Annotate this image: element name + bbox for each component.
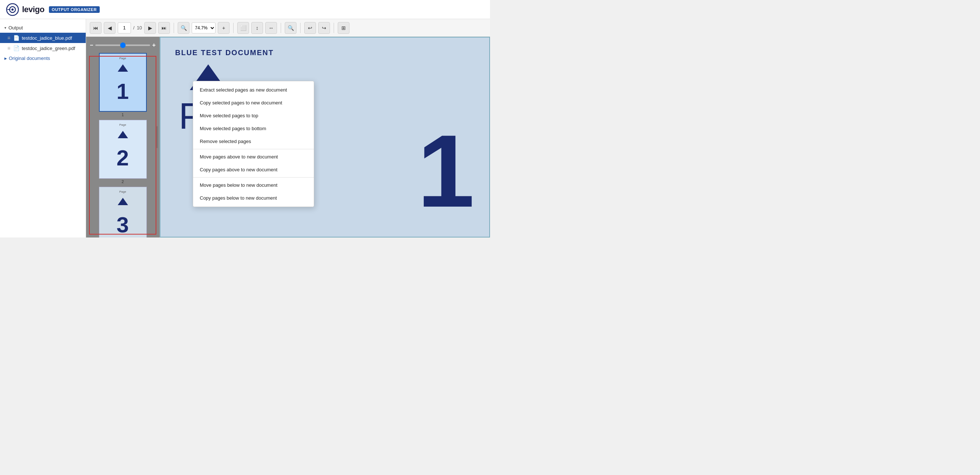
- zoom-select[interactable]: 74.7% 50% 100% 150%: [192, 22, 216, 33]
- thumbnail-3[interactable]: Page 3: [99, 187, 147, 237]
- drag-icon: ≡: [7, 35, 10, 41]
- copy-below-item[interactable]: Copy pages below to new document: [193, 192, 314, 204]
- zoom-in-button[interactable]: +: [218, 22, 229, 34]
- toolbar-divider-5: [334, 23, 334, 33]
- last-page-button[interactable]: ⏭: [158, 22, 170, 34]
- zoom-plus-icon[interactable]: +: [152, 42, 156, 49]
- zoom-out-button[interactable]: 🔍: [178, 22, 189, 34]
- file-icon: 📄: [13, 35, 19, 41]
- zoom-bar: − +: [86, 40, 159, 50]
- next-page-button[interactable]: ▶: [144, 22, 156, 34]
- copy-above-item[interactable]: Copy pages above to new document: [193, 163, 314, 176]
- sidebar-original-docs-label: Original documents: [9, 56, 50, 61]
- thumbnail-panel[interactable]: − + Page 1 1: [86, 37, 160, 237]
- toolbar-divider-2: [233, 23, 234, 33]
- chevron-right-icon: ▸: [5, 56, 6, 61]
- scroll-indicator: [156, 126, 158, 148]
- thumbnail-2[interactable]: Page 2: [99, 120, 147, 179]
- logo: levigo: [6, 3, 45, 16]
- sidebar-item-original-docs[interactable]: ▸ Original documents: [0, 53, 86, 63]
- redo-button[interactable]: ↪: [318, 22, 330, 34]
- thumbnail-2-container[interactable]: Page 2 2: [86, 120, 159, 184]
- copy-selected-item[interactable]: Copy selected pages to new document: [193, 96, 314, 109]
- sidebar-item-blue-pdf[interactable]: ≡ 📄 testdoc_jadice_blue.pdf: [0, 33, 86, 43]
- svg-point-2: [11, 8, 14, 11]
- thumb-3-page-label: Page: [119, 190, 126, 193]
- preview-doc-title: BLUE TEST DOCUMENT: [175, 49, 274, 57]
- thumbnail-1-container[interactable]: Page 1 1: [86, 53, 159, 117]
- thumb-2-triangle: [118, 131, 128, 138]
- drag-icon: ≡: [7, 45, 10, 51]
- chevron-down-icon: ▾: [5, 26, 6, 30]
- toolbar-divider-1: [173, 23, 174, 33]
- thumbnail-3-container[interactable]: Page 3 3: [86, 187, 159, 237]
- sidebar-item-green-pdf[interactable]: ≡ 📄 testdoc_jadice_green.pdf: [0, 43, 86, 53]
- thumb-3-triangle: [118, 198, 128, 205]
- context-menu-divider-2: [193, 177, 314, 178]
- thumb-2-page-label: Page: [119, 123, 126, 127]
- thumb-1-triangle: [118, 64, 128, 72]
- zoom-slider[interactable]: [95, 44, 150, 46]
- search-button[interactable]: 🔍: [285, 22, 296, 34]
- thumb-3-page-num: 3: [117, 214, 129, 236]
- page-separator: /: [133, 25, 135, 30]
- header: levigo OUTPUT ORGANIZER: [0, 0, 490, 19]
- content-area: ⏮ ◀ 1 / 10 ▶ ⏭ 🔍 74.7% 50% 100% 150% + ⬜…: [86, 19, 490, 237]
- remove-selected-item[interactable]: Remove selected pages: [193, 135, 314, 148]
- preview-page-num: 1: [417, 119, 474, 222]
- move-above-item[interactable]: Move pages above to new document: [193, 150, 314, 163]
- thumb-1-page-num: 1: [117, 81, 129, 103]
- logo-text: levigo: [22, 5, 45, 14]
- sidebar-blue-pdf-label: testdoc_jadice_blue.pdf: [22, 35, 72, 41]
- thumb-1-num-label: 1: [121, 113, 124, 117]
- sidebar-item-output[interactable]: ▾ Output: [0, 23, 86, 33]
- move-bottom-item[interactable]: Move selected pages to bottom: [193, 122, 314, 135]
- thumb-2-page-num: 2: [117, 147, 129, 169]
- move-top-item[interactable]: Move selected pages to top: [193, 109, 314, 122]
- thumb-2-num-label: 2: [121, 180, 124, 184]
- compare-button[interactable]: ⊞: [338, 22, 350, 34]
- move-below-item[interactable]: Move pages below to new document: [193, 179, 314, 192]
- zoom-minus-icon[interactable]: −: [90, 42, 93, 49]
- fit-page-button[interactable]: ⬜: [237, 22, 249, 34]
- page-number-input[interactable]: 1: [118, 22, 131, 33]
- app-badge: OUTPUT ORGANIZER: [49, 6, 100, 13]
- page-total: 10: [137, 25, 142, 30]
- context-menu: Extract selected pages as new document C…: [193, 81, 314, 207]
- fit-width-button[interactable]: ↕: [251, 22, 263, 34]
- thumb-1-page-label: Page: [119, 57, 126, 60]
- fit-height-button[interactable]: ↔: [265, 22, 277, 34]
- prev-page-button[interactable]: ◀: [104, 22, 116, 34]
- file-icon: 📄: [13, 45, 19, 51]
- toolbar: ⏮ ◀ 1 / 10 ▶ ⏭ 🔍 74.7% 50% 100% 150% + ⬜…: [86, 19, 490, 37]
- toolbar-divider-4: [300, 23, 301, 33]
- undo-button[interactable]: ↩: [304, 22, 316, 34]
- main-layout: ▾ Output ≡ 📄 testdoc_jadice_blue.pdf ≡ 📄…: [0, 19, 490, 237]
- toolbar-divider-3: [281, 23, 281, 33]
- sidebar: ▾ Output ≡ 📄 testdoc_jadice_blue.pdf ≡ 📄…: [0, 19, 86, 237]
- viewer: − + Page 1 1: [86, 37, 490, 237]
- sidebar-green-pdf-label: testdoc_jadice_green.pdf: [22, 46, 75, 51]
- logo-icon: [6, 3, 19, 16]
- first-page-button[interactable]: ⏮: [90, 22, 102, 34]
- thumbnail-1[interactable]: Page 1: [99, 53, 147, 112]
- sidebar-output-label: Output: [8, 25, 23, 30]
- extract-selected-item[interactable]: Extract selected pages as new document: [193, 83, 314, 96]
